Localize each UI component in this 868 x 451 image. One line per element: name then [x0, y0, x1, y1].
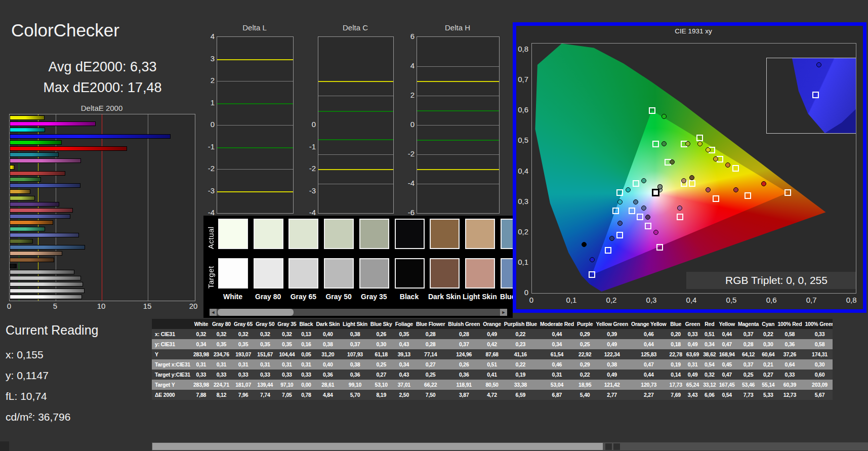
- col-header: Blue Flower: [415, 319, 446, 329]
- cell: 6,59: [503, 390, 539, 400]
- cell: 0,42: [481, 339, 503, 349]
- col-header: Purplish Blue: [503, 319, 539, 329]
- chart-title-delta_c: Delta C: [318, 23, 393, 32]
- col-header: Yellow: [717, 319, 736, 329]
- rgb-triplet-readout: RGB Triplet: 0, 0, 255: [686, 272, 856, 289]
- bar-100-yellow: [10, 115, 45, 120]
- cell: 0,27: [415, 359, 446, 370]
- target-marker-dark-skin: [689, 180, 695, 187]
- cell: 0,31: [254, 359, 276, 370]
- cie-y-tick-label: 0,4: [511, 167, 528, 175]
- cell: 5,40: [575, 390, 594, 400]
- cell: 3,87: [446, 390, 481, 400]
- cell: 151,67: [254, 349, 276, 359]
- colorchecker-screen: ColorChecker Avg dE2000: 6,33 Max dE2000…: [0, 0, 868, 451]
- cell: 0,44: [717, 329, 736, 339]
- cell: 0,22: [503, 359, 539, 370]
- window-resize-corner[interactable]: [0, 441, 9, 451]
- cell: 0,13: [298, 329, 314, 339]
- swatch-scrollbar-thumb[interactable]: [218, 309, 294, 316]
- cell: 283,98: [192, 349, 211, 359]
- row-label: Target Y: [152, 380, 192, 390]
- cell: 7,96: [232, 390, 254, 400]
- cie-y-tick-label: 0,5: [511, 136, 528, 144]
- cell: 0,31: [539, 370, 575, 380]
- col-header: Magenta: [736, 319, 760, 329]
- swatch-comparison-panel: Actual Target WhiteGray 80Gray 65Gray 50…: [203, 216, 513, 318]
- bar-orange-yellow: [10, 189, 30, 194]
- cell: 0,26: [446, 359, 481, 370]
- current-reading-line: x: 0,155: [6, 344, 70, 365]
- limit-line-yellow: [217, 191, 293, 192]
- cell: 0,33: [192, 370, 211, 380]
- col-header: Dark Skin: [314, 319, 341, 329]
- table-row-target-y-cie31: Target y:CIE310,330,330,330,330,330,330,…: [152, 370, 833, 380]
- table-scrollbar-button-left[interactable]: [605, 443, 612, 450]
- bar-white: [10, 295, 82, 299]
- cell: 0,47: [717, 370, 736, 380]
- x-tick-label: 5: [50, 302, 60, 310]
- cell: 65,24: [684, 380, 701, 390]
- limit-line-green: [217, 147, 293, 148]
- target-marker-moderate-red: [713, 195, 719, 202]
- table-scrollbar-thumb[interactable]: [152, 443, 603, 450]
- cell: 4,84: [314, 390, 341, 400]
- cell: 0,58: [776, 329, 803, 339]
- col-header: Gray 80: [211, 319, 232, 329]
- y-tick-label: 3: [197, 54, 215, 63]
- measured-marker-100-cyan: [626, 187, 631, 192]
- actual-swatch-gray-50: [324, 219, 354, 249]
- cell: 0,30: [760, 339, 776, 349]
- target-swatch-light-skin: [465, 258, 495, 289]
- y-tick-label: -3: [299, 186, 316, 195]
- cell: 107,93: [341, 349, 369, 359]
- cell: 7,73: [736, 390, 760, 400]
- grid-line: [148, 114, 148, 301]
- cell: 6,06: [701, 390, 717, 400]
- grid-line: [417, 184, 499, 184]
- swatch-scrollbar-left-arrow-icon[interactable]: ◄: [210, 309, 217, 316]
- table-row-y: Y283,98234,76193,07151,67104,440,0531,20…: [152, 349, 833, 359]
- bar-light-skin: [10, 251, 62, 256]
- actual-swatch-gray-65: [288, 219, 318, 249]
- target-marker-magenta: [677, 214, 683, 220]
- cell: 0,28: [446, 329, 481, 339]
- target-swatch-gray-80: [254, 258, 283, 289]
- measured-marker-100-magenta: [653, 230, 658, 235]
- swatch-scrollbar-right-arrow-icon[interactable]: ►: [500, 309, 507, 316]
- measured-marker-cyan: [617, 199, 623, 204]
- cell: 0,32: [232, 329, 254, 339]
- cie-x-tick-label: 0,5: [723, 296, 739, 304]
- cell: 0,25: [415, 370, 446, 380]
- cell: 8,12: [211, 390, 232, 400]
- bar-moderate-red: [10, 208, 73, 213]
- cell: 0,00: [298, 380, 314, 390]
- table-scrollbar-button-right[interactable]: [613, 443, 620, 450]
- target-swatch-gray-35: [359, 258, 389, 289]
- cell: 0,22: [503, 329, 539, 339]
- target-marker-100-green: [649, 107, 655, 114]
- swatch-label-gray-35: Gray 35: [356, 293, 392, 301]
- measured-marker-red: [733, 187, 738, 192]
- y-tick-label: -2: [397, 149, 415, 158]
- bar-100-cyan: [10, 128, 45, 132]
- measured-marker-purple: [645, 215, 650, 220]
- bar-purplish-blue: [10, 214, 70, 219]
- cie-y-tick-label: 0,8: [511, 45, 528, 53]
- max-de2000-value: Max dE2000: 17,48: [8, 77, 197, 98]
- cell: 0,31: [232, 359, 254, 370]
- white-point-marker: [652, 189, 659, 196]
- grid-line: [217, 169, 293, 170]
- cell: 0,49: [481, 329, 503, 339]
- table-row-target-y: Target Y283,98224,71181,07139,4497,100,0…: [152, 380, 833, 390]
- cie-x-tick-label: 0,7: [803, 296, 819, 304]
- measured-marker-bluish-green: [641, 178, 646, 183]
- target-swatch-white: [218, 258, 248, 289]
- cell: 0,19: [668, 359, 684, 370]
- cie-chart-title: CIE 1931 xy: [531, 27, 855, 35]
- cell: 0,38: [314, 339, 341, 349]
- cell: 0,27: [369, 370, 394, 380]
- bar-bluish-green: [10, 227, 45, 231]
- cell: 121,42: [594, 380, 630, 390]
- col-header: Purple: [575, 319, 594, 329]
